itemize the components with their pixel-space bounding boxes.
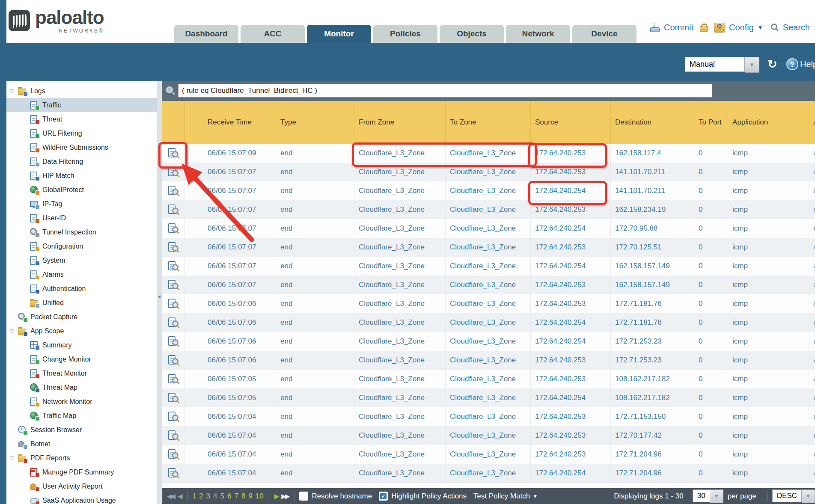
sidebar-item-hip-match[interactable]: HIP Match: [6, 169, 157, 183]
page-number-3[interactable]: 3: [206, 492, 210, 501]
test-policy-match-button[interactable]: Test Policy Match: [473, 492, 530, 501]
row-detail-magnifier-icon[interactable]: [168, 242, 179, 253]
column-header-type[interactable]: Type: [276, 101, 354, 144]
row-detail-magnifier-icon[interactable]: [168, 166, 179, 178]
sidebar-item-user-activity-report[interactable]: User Activity Report: [6, 479, 157, 493]
row-detail-magnifier-icon[interactable]: [168, 223, 179, 234]
sidebar-item-logs[interactable]: ▽Logs: [6, 84, 157, 98]
refresh-interval-value[interactable]: Manual: [685, 57, 745, 72]
table-row[interactable]: 06/06 15:07:06endCloudflare_L3_ZoneCloud…: [162, 351, 815, 370]
sidebar-item-wildfire-submissions[interactable]: WildFire Submissions: [6, 140, 157, 154]
column-header-spacer[interactable]: [185, 101, 203, 144]
column-header-application[interactable]: Application: [728, 101, 809, 144]
column-header-source[interactable]: Source: [531, 101, 611, 144]
page-number-4[interactable]: 4: [213, 492, 217, 501]
table-row[interactable]: 06/06 15:07:05endCloudflare_L3_ZoneCloud…: [162, 388, 815, 407]
commit-button[interactable]: Commit: [664, 23, 693, 33]
table-row[interactable]: 06/06 15:07:05endCloudflare_L3_ZoneCloud…: [162, 370, 815, 388]
row-detail-magnifier-icon[interactable]: [168, 392, 179, 403]
sidebar-item-unified[interactable]: Unified: [6, 296, 157, 310]
page-number-5[interactable]: 5: [220, 492, 224, 501]
page-number-1[interactable]: 1: [192, 492, 196, 501]
sidebar-item-summary[interactable]: Summary: [6, 338, 157, 352]
sidebar-item-threat-map[interactable]: Threat Map: [6, 380, 157, 394]
sort-order-select[interactable]: DESC ▼: [772, 489, 815, 503]
expand-arrow-icon[interactable]: ▽: [10, 328, 16, 334]
sidebar-item-network-monitor[interactable]: Network Monitor: [6, 394, 157, 409]
last-page-button[interactable]: ▶▶: [281, 492, 289, 500]
tab-monitor[interactable]: Monitor: [307, 25, 371, 43]
row-detail-magnifier-icon[interactable]: [168, 261, 179, 272]
column-header-to-zone[interactable]: To Zone: [446, 101, 531, 144]
sidebar-item-authentication[interactable]: Authentication: [6, 282, 157, 296]
sidebar-item-manage-pdf-summary[interactable]: Manage PDF Summary: [6, 465, 157, 479]
sidebar-item-ip-tag[interactable]: IP-Tag: [6, 197, 157, 211]
first-page-button[interactable]: ◀◀: [167, 492, 174, 500]
table-row[interactable]: 06/06 15:07:07endCloudflare_L3_ZoneCloud…: [162, 181, 815, 200]
sidebar-item-session-browser[interactable]: Session Browser: [6, 423, 157, 437]
row-detail-magnifier-icon[interactable]: [168, 204, 179, 215]
column-header-action[interactable]: A: [809, 101, 815, 144]
table-row[interactable]: 06/06 15:07:07endCloudflare_L3_ZoneCloud…: [162, 238, 815, 257]
resolve-hostname-checkbox[interactable]: ✓: [299, 492, 308, 501]
sidebar-item-alarms[interactable]: Alarms: [6, 267, 157, 282]
column-header-destination[interactable]: Destination: [611, 101, 694, 144]
sidebar-item-threat-monitor[interactable]: Threat Monitor: [6, 366, 157, 380]
sidebar-item-data-filtering[interactable]: Data Filtering: [6, 154, 157, 169]
table-row[interactable]: 06/06 15:07:06endCloudflare_L3_ZoneCloud…: [162, 332, 815, 351]
expand-arrow-icon[interactable]: ▽: [10, 455, 16, 461]
config-button[interactable]: Config: [729, 23, 754, 33]
page-number-7[interactable]: 7: [234, 492, 238, 501]
row-detail-magnifier-icon[interactable]: [168, 374, 179, 385]
refresh-icon[interactable]: [767, 57, 777, 71]
sidebar-item-threat[interactable]: Threat: [6, 112, 157, 126]
refresh-interval-select[interactable]: Manual ▼: [685, 57, 759, 73]
page-number-2[interactable]: 2: [199, 492, 203, 501]
row-detail-magnifier-icon[interactable]: [168, 185, 179, 196]
sidebar-item-system[interactable]: System: [6, 253, 157, 267]
row-detail-magnifier-icon[interactable]: [168, 411, 179, 422]
sidebar-item-traffic-map[interactable]: Traffic Map: [6, 409, 157, 423]
tab-device[interactable]: Device: [572, 25, 637, 43]
column-header-to-port[interactable]: To Port: [694, 101, 728, 144]
table-row[interactable]: 06/06 15:07:07endCloudflare_L3_ZoneCloud…: [162, 219, 815, 238]
column-header-receive-time[interactable]: Receive Time: [203, 101, 276, 144]
row-detail-magnifier-icon[interactable]: [168, 317, 179, 328]
refresh-interval-dropdown-button[interactable]: ▼: [745, 57, 759, 73]
table-row[interactable]: 06/06 15:07:04endCloudflare_L3_ZoneCloud…: [162, 407, 815, 426]
tab-policies[interactable]: Policies: [373, 25, 437, 43]
help-button[interactable]: Help: [786, 58, 815, 70]
column-header-from-zone[interactable]: From Zone: [354, 101, 446, 144]
sort-order-dropdown-button[interactable]: ▼: [802, 489, 815, 503]
tab-network[interactable]: Network: [506, 25, 570, 43]
filter-input[interactable]: [178, 84, 712, 98]
page-number-6[interactable]: 6: [227, 492, 231, 501]
config-caret-icon[interactable]: ▼: [758, 24, 763, 31]
lock-icon[interactable]: [700, 23, 708, 32]
sidebar-item-url-filtering[interactable]: URL Filtering: [6, 126, 157, 140]
tab-objects[interactable]: Objects: [440, 25, 504, 43]
tab-dashboard[interactable]: Dashboard: [174, 25, 238, 43]
table-row[interactable]: 06/06 15:07:04endCloudflare_L3_ZoneCloud…: [162, 426, 815, 445]
table-row[interactable]: 06/06 15:07:07endCloudflare_L3_ZoneCloud…: [162, 200, 815, 219]
table-row[interactable]: 06/06 15:07:09endCloudflare_L3_ZoneCloud…: [162, 144, 815, 163]
page-number-8[interactable]: 8: [241, 492, 245, 501]
page-size-dropdown-button[interactable]: ▼: [710, 489, 723, 503]
table-row[interactable]: 06/06 15:07:07endCloudflare_L3_ZoneCloud…: [162, 276, 815, 294]
row-detail-magnifier-icon[interactable]: [168, 148, 179, 159]
sidebar-item-traffic[interactable]: Traffic: [6, 98, 157, 112]
page-number-10[interactable]: 10: [256, 492, 264, 501]
row-detail-magnifier-icon[interactable]: [168, 298, 179, 309]
table-row[interactable]: 06/06 15:07:07endCloudflare_L3_ZoneCloud…: [162, 163, 815, 181]
table-row[interactable]: 06/06 15:07:06endCloudflare_L3_ZoneCloud…: [162, 294, 815, 313]
page-number-9[interactable]: 9: [248, 492, 252, 501]
row-detail-magnifier-icon[interactable]: [168, 336, 179, 347]
sidebar-item-botnet[interactable]: Botnet: [6, 437, 157, 451]
table-row[interactable]: 06/06 15:07:06endCloudflare_L3_ZoneCloud…: [162, 313, 815, 332]
column-header-detail[interactable]: [162, 101, 185, 144]
table-row[interactable]: 06/06 15:07:04endCloudflare_L3_ZoneCloud…: [162, 464, 815, 483]
sidebar-item-user-id[interactable]: User-ID: [6, 211, 157, 225]
row-detail-magnifier-icon[interactable]: [168, 279, 179, 291]
row-detail-magnifier-icon[interactable]: [168, 468, 179, 479]
sidebar-item-configuration[interactable]: Configuration: [6, 239, 157, 253]
